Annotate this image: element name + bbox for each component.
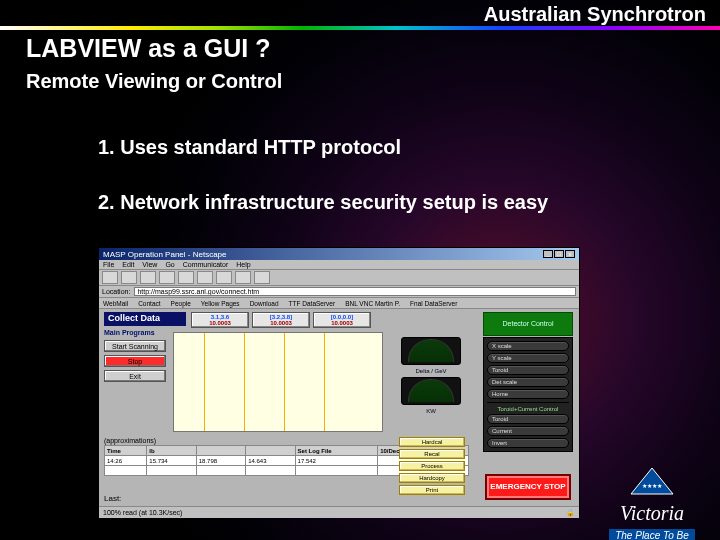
bookmark-link[interactable]: BNL VNC Martin P. [345,300,400,307]
readout-cluster: 3.1,3.6 10.0003 [3.2,3.8] 10.0003 [0.0,0… [191,312,371,328]
table-cell: 14.643 [246,456,295,466]
victoria-tagline: The Place To Be [609,529,695,540]
menu-item[interactable]: File [103,261,114,268]
status-text: 100% read (at 10.3K/sec) [103,509,182,516]
victoria-triangle-icon: ★★★★ [629,466,675,496]
chart-gridline [324,333,325,431]
emergency-stop-button[interactable]: EMERGENCY STOP [485,474,571,500]
print-button-panel[interactable]: Print [399,485,465,495]
last-label: Last: [104,494,121,503]
home-button[interactable] [159,271,175,284]
slide-subtitle: Remote Viewing or Control [26,70,282,93]
browser-toolbar [99,270,579,286]
readout: 3.1,3.6 10.0003 [191,312,249,328]
status-bar: 100% read (at 10.3K/sec) 🔒 [99,507,579,518]
readout: [0.0,0.0] 10.0003 [313,312,371,328]
menu-item[interactable]: Communicator [183,261,229,268]
table-cell [147,466,196,476]
table-cell: 15.734 [147,456,196,466]
gauge-kw [401,377,461,405]
print-button[interactable] [216,271,232,284]
stop-button[interactable]: Stop [104,355,166,367]
menu-item[interactable]: Edit [122,261,134,268]
readout-value: 10.0003 [270,320,292,326]
svg-marker-0 [631,468,673,494]
minimize-button[interactable]: _ [543,250,553,258]
chart-gridline [284,333,285,431]
security-button[interactable] [235,271,251,284]
table-cell [246,466,295,476]
menu-item[interactable]: Help [236,261,250,268]
victoria-logo: ★★★★ Victoria The Place To Be [598,466,706,530]
detector-control-button[interactable]: Detector Control [483,312,573,336]
hardcopy-button[interactable]: Hardcopy [399,473,465,483]
maximize-button[interactable]: □ [554,250,564,258]
chart-gridline [244,333,245,431]
window-titlebar: MASP Operation Panel - Netscape _ □ x [99,248,579,260]
table-cell: 18.798 [196,456,245,466]
table-cell: 17.542 [295,456,378,466]
labview-panel: Collect Data Main Programs Start Scannin… [99,309,579,507]
table-cell: Time [105,446,147,456]
chart-area [173,332,383,432]
address-input[interactable] [134,287,576,296]
back-button[interactable] [102,271,118,284]
search-button[interactable] [178,271,194,284]
bookmark-link[interactable]: WebMail [103,300,128,307]
start-scanning-button[interactable]: Start Scanning [104,340,166,352]
bookmark-link[interactable]: Fnal DataServer [410,300,457,307]
yscale-button[interactable]: Y scale [487,353,569,363]
menu-item[interactable]: Go [165,261,174,268]
bookmark-bar: WebMail Contact People Yellow Pages Down… [99,298,579,309]
process-button[interactable]: Process [399,461,465,471]
chart-gridline [204,333,205,431]
toroid-button[interactable]: Toroid [487,365,569,375]
table-cell [295,466,378,476]
address-bar: Location: [99,286,579,298]
table-cell [196,466,245,476]
table-cell [105,466,147,476]
readout-value: 10.0003 [331,320,353,326]
toroid-ctrl-button[interactable]: Toroid [487,414,569,424]
invert-ctrl-button[interactable]: Invert [487,438,569,448]
menu-bar[interactable]: File Edit View Go Communicator Help [99,260,579,270]
recal-button[interactable]: Recal [399,449,465,459]
panel-banner: Collect Data [104,312,186,326]
readout: [3.2,3.8] 10.0003 [252,312,310,328]
detscale-button[interactable]: Det scale [487,377,569,387]
bullet-1: 1. Uses standard HTTP protocol [98,136,401,159]
labview-screenshot: MASP Operation Panel - Netscape _ □ x Fi… [98,247,580,517]
hardcal-button[interactable]: Hardcal [399,437,465,447]
reload-button[interactable] [140,271,156,284]
table-cell: 14:26 [105,456,147,466]
xscale-button[interactable]: X scale [487,341,569,351]
gauge-label: KW [426,408,436,414]
stop-button[interactable] [254,271,270,284]
bookmark-link[interactable]: TTF DataServer [289,300,336,307]
exit-button[interactable]: Exit [104,370,166,382]
current-ctrl-button[interactable]: Current [487,426,569,436]
readout-value: 10.0003 [209,320,231,326]
separator [487,402,569,403]
menu-item[interactable]: View [142,261,157,268]
netscape-button[interactable] [197,271,213,284]
bookmark-link[interactable]: Yellow Pages [201,300,240,307]
left-controls: Main Programs Start Scanning Stop Exit [104,329,166,382]
bullet-2: 2. Network infrastructure security setup… [98,190,618,215]
bookmark-link[interactable]: Contact [138,300,160,307]
gauge-delta [401,337,461,365]
group-header: Toroid+Current Control [487,406,569,412]
bookmark-link[interactable]: People [171,300,191,307]
address-label: Location: [102,288,130,295]
table-cell [246,446,295,456]
svg-text:★★★★: ★★★★ [642,483,662,489]
spectrum-divider [0,26,720,30]
bookmark-link[interactable]: Download [250,300,279,307]
status-icon: 🔒 [566,509,575,517]
close-button[interactable]: x [565,250,575,258]
table-cell: Set Log File [295,446,378,456]
forward-button[interactable] [121,271,137,284]
gauge-column: Delta / GeV KW [391,337,471,414]
home-button-panel[interactable]: Home [487,389,569,399]
right-panel: X scale Y scale Toroid Det scale Home To… [483,337,573,452]
